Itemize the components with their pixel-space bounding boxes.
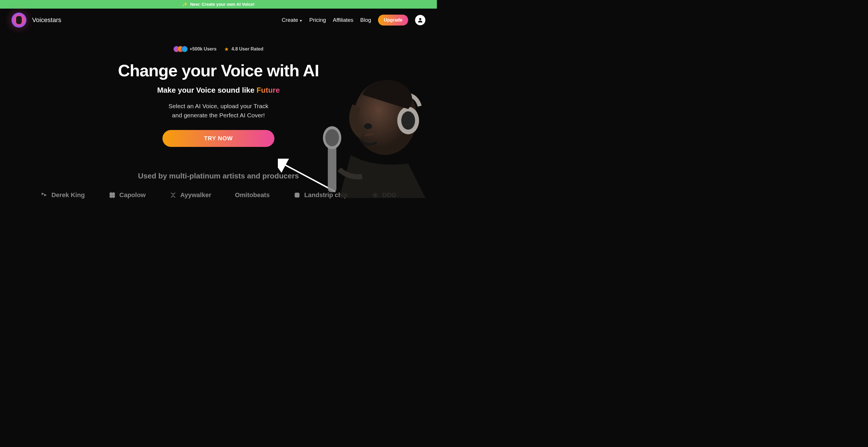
artist-label: Ayywalker (180, 191, 211, 199)
social-proof: Used by multi-platinum artists and produ… (0, 171, 437, 199)
artist-label: Capolow (119, 191, 146, 199)
nav-create-label: Create (282, 17, 298, 23)
brand-name: Voicestars (32, 17, 61, 24)
nav-create[interactable]: Create ▼ (282, 17, 303, 23)
try-now-button[interactable]: TRY NOW (162, 130, 274, 147)
user-icon (417, 17, 423, 23)
description-line1: Select an AI Voice, upload your Track (168, 103, 268, 109)
nav-blog[interactable]: Blog (360, 17, 371, 23)
star-icon: ★ (224, 46, 228, 52)
hero-title: Change your Voice with AI (0, 61, 437, 80)
artist-item: Derek King (40, 191, 85, 199)
play-icon (40, 191, 48, 199)
user-avatars (174, 46, 188, 52)
hero-description: Select an AI Voice, upload your Track an… (0, 102, 437, 120)
artist-item: Ayywalker (169, 191, 211, 199)
logo-icon (11, 12, 26, 28)
announcement-text: New: Create your own AI Voice! (190, 2, 254, 7)
social-proof-title: Used by multi-platinum artists and produ… (0, 171, 437, 181)
svg-point-12 (323, 126, 341, 149)
svg-point-13 (325, 129, 339, 146)
nav-pricing[interactable]: Pricing (309, 17, 326, 23)
butterfly-icon (169, 191, 177, 199)
artist-item: DDG (371, 191, 396, 199)
rating-value: 4.8 User Rated (231, 46, 263, 52)
sparkle-icon: ✨ (182, 2, 188, 7)
hero-subtitle: Make your Voice sound like Future (0, 86, 437, 95)
svg-point-0 (419, 18, 421, 20)
description-line2: and generate the Perfect AI Cover! (172, 112, 265, 119)
asterisk-icon (371, 191, 379, 199)
clover-icon (108, 191, 116, 199)
stat-users: +500k Users (174, 46, 216, 52)
artist-item: Capolow (108, 191, 146, 199)
artist-label: Landstrip chip (304, 191, 348, 199)
nav-affiliates[interactable]: Affiliates (333, 17, 353, 23)
artist-item: Landstrip chip (293, 191, 348, 199)
artists-row: Derek King Capolow Ayywalker Omitobeats (0, 191, 437, 199)
logo-group[interactable]: Voicestars (11, 12, 61, 28)
upgrade-button[interactable]: Upgrade (378, 14, 408, 26)
hero-section: +500k Users ★ 4.8 User Rated Change your… (0, 32, 437, 199)
chevron-down-icon: ▼ (299, 19, 303, 22)
announcement-bar[interactable]: ✨ New: Create your own AI Voice! (0, 0, 437, 9)
site-header: Voicestars Create ▼ Pricing Affiliates B… (0, 9, 437, 32)
main-nav: Create ▼ Pricing Affiliates Blog Upgrade (282, 14, 425, 26)
avatar-icon (181, 46, 188, 52)
microphone-icon (16, 16, 22, 24)
artist-item: Omitobeats (235, 191, 270, 199)
subtitle-highlight: Future (257, 86, 280, 94)
stats-row: +500k Users ★ 4.8 User Rated (0, 46, 437, 52)
subtitle-prefix: Make your Voice sound like (157, 86, 256, 94)
svg-point-10 (364, 123, 372, 129)
user-account-button[interactable] (415, 15, 425, 25)
artist-label: Derek King (51, 191, 85, 199)
artist-label: Omitobeats (235, 191, 270, 199)
stat-rating: ★ 4.8 User Rated (224, 46, 263, 52)
svg-point-6 (112, 195, 115, 198)
artist-label: DDG (382, 191, 396, 199)
puzzle-icon (293, 191, 301, 199)
users-count: +500k Users (189, 46, 216, 52)
